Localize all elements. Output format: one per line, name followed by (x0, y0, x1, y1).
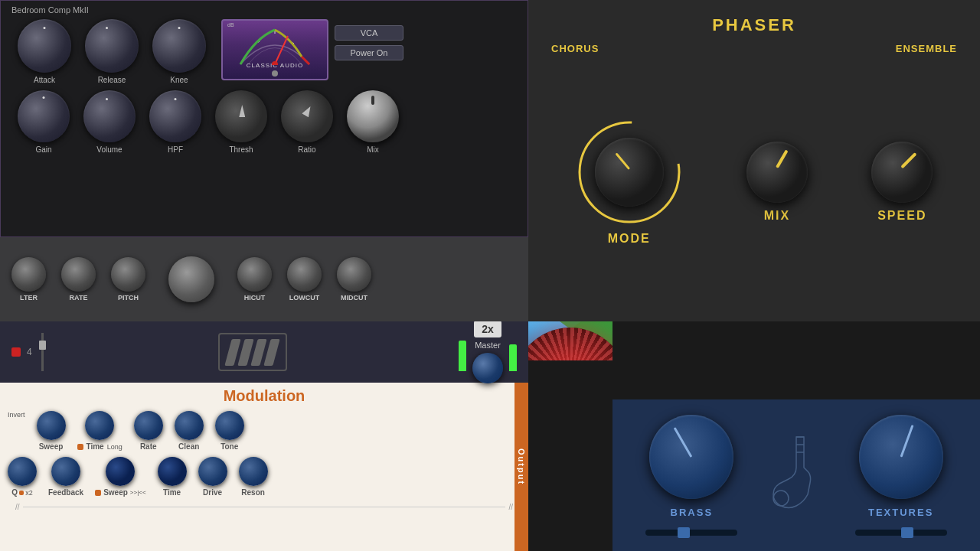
sweep-group: Sweep (37, 411, 66, 451)
brass-slider[interactable] (645, 530, 737, 536)
volume-label: Volume (96, 145, 122, 154)
mod-title: Modulation (8, 383, 521, 408)
phaser-panel: PHASER CHORUS ENSEMBLE MODE (528, 0, 980, 321)
reson-label: Reson (241, 488, 265, 497)
mod-2x-badge[interactable]: 2x (474, 321, 501, 337)
rate-knob[interactable] (134, 411, 163, 440)
tone-label: Tone (220, 442, 238, 451)
filter-rate-group: RATE (61, 257, 96, 302)
sweep2-knob[interactable] (106, 457, 135, 486)
vca-button[interactable]: VCA (335, 25, 403, 41)
mod-bottom-deco: // // (8, 503, 521, 511)
tone-knob[interactable] (215, 411, 244, 440)
thresh-knob[interactable] (215, 90, 267, 142)
vu-meter: dB (221, 19, 328, 80)
filter-midcut-group: MIDCUT (337, 257, 371, 302)
mod-master-knob[interactable] (472, 353, 503, 383)
reson-knob[interactable] (239, 457, 268, 486)
mod-slider[interactable] (41, 333, 44, 371)
filter-lter-label: LTER (20, 294, 38, 302)
textures-main-knob[interactable] (859, 415, 943, 499)
ratio-knob[interactable] (281, 90, 333, 142)
release-knob[interactable] (85, 19, 139, 73)
brass-label: BRASS (671, 507, 714, 518)
filter-pitch-label: PITCH (118, 294, 139, 302)
power-button[interactable]: Power On (335, 45, 403, 60)
sweep-knob[interactable] (37, 411, 66, 440)
mod-output-tab: Output (514, 383, 528, 551)
hpf-knob[interactable] (149, 90, 201, 142)
mode-knob[interactable] (595, 138, 664, 207)
clean-knob[interactable] (175, 411, 204, 440)
svg-point-8 (773, 491, 789, 506)
thresh-knob-group: Thresh (215, 90, 267, 154)
drive-label: Drive (203, 488, 222, 497)
feedback-knob[interactable] (51, 457, 80, 486)
compressor-title: Bedroom Comp MkII (11, 5, 89, 15)
filter-lter-knob[interactable] (11, 257, 46, 292)
feedback-label: Feedback (48, 488, 83, 497)
speed-knob[interactable] (871, 142, 933, 203)
filter-lowcut-label: LOWCUT (289, 294, 320, 302)
mod-master-area: 2x Master (459, 321, 517, 383)
time2-knob[interactable] (158, 457, 187, 486)
q-knob[interactable] (8, 457, 37, 486)
phaser-chorus-label: CHORUS (551, 43, 599, 54)
vu-buttons: VCA Power On (335, 19, 403, 84)
knee-label: Knee (170, 76, 188, 84)
textures-slider[interactable] (855, 530, 947, 536)
brass-knob-dot (674, 427, 693, 458)
volume-knob-group: Volume (83, 90, 136, 154)
long-indicator[interactable] (77, 444, 83, 450)
time-label: Time (87, 442, 104, 451)
phaser-ensemble-label: ENSEMBLE (896, 43, 957, 54)
filter-hicut-knob[interactable] (237, 257, 272, 292)
volume-knob[interactable] (83, 90, 136, 142)
attack-knob-group: Attack (18, 19, 71, 84)
knee-knob[interactable] (152, 19, 206, 73)
brass-main-knob[interactable] (649, 415, 733, 499)
sweep2-indicator[interactable] (95, 490, 101, 496)
mode-knob-group: MODE (576, 119, 683, 246)
time-knob[interactable] (85, 411, 114, 440)
mod-number: 4 (27, 347, 32, 357)
brass-slider-thumb[interactable] (678, 527, 690, 538)
filter-midcut-knob[interactable] (337, 257, 371, 292)
mod-controls-row1: Invert Sweep Time Long Rate Clean (8, 408, 521, 454)
filter-rate-knob[interactable] (61, 257, 96, 292)
x2-label: x2 (25, 489, 33, 497)
mix-knob[interactable] (347, 90, 399, 142)
mod-vu-bar-1 (459, 341, 466, 371)
svg-line-5 (275, 36, 288, 64)
hpf-label: HPF (168, 145, 183, 154)
invert-label: Invert (8, 411, 25, 419)
time2-label: Time (163, 488, 181, 497)
phaser-title: PHASER (544, 15, 965, 35)
filter-pitch-knob[interactable] (111, 257, 145, 292)
brass-panel: BRASS (612, 399, 980, 551)
sweep2-group: Sweep >>|<< (95, 457, 145, 497)
phaser-knobs: MODE MIX SPEED (544, 58, 965, 306)
x2-indicator[interactable] (19, 491, 24, 495)
q-label: Q (11, 488, 18, 497)
brass-knob-group: BRASS (645, 415, 737, 536)
mod-master-label: Master (475, 341, 501, 350)
ratio-knob-group: Ratio (281, 90, 333, 154)
release-label: Release (98, 76, 126, 84)
filter-lowcut-knob[interactable] (287, 257, 322, 292)
drive-knob[interactable] (198, 457, 227, 486)
svg-point-6 (272, 61, 278, 65)
textures-slider-thumb[interactable] (901, 527, 913, 538)
mod-slider-thumb[interactable] (39, 341, 46, 350)
attack-knob[interactable] (18, 19, 71, 73)
filter-big-knob[interactable] (168, 256, 214, 302)
filter-rate-label: RATE (70, 294, 88, 302)
mode-label: MODE (608, 232, 651, 246)
long-label: Long (107, 443, 122, 451)
phaser-mix-knob[interactable] (746, 142, 808, 203)
filter-lowcut-group: LOWCUT (287, 257, 322, 302)
gain-knob[interactable] (18, 90, 70, 142)
ratio-label: Ratio (298, 145, 315, 154)
textures-knob-group: TEXTURES (855, 415, 947, 536)
sweep2-label: Sweep (103, 488, 128, 497)
